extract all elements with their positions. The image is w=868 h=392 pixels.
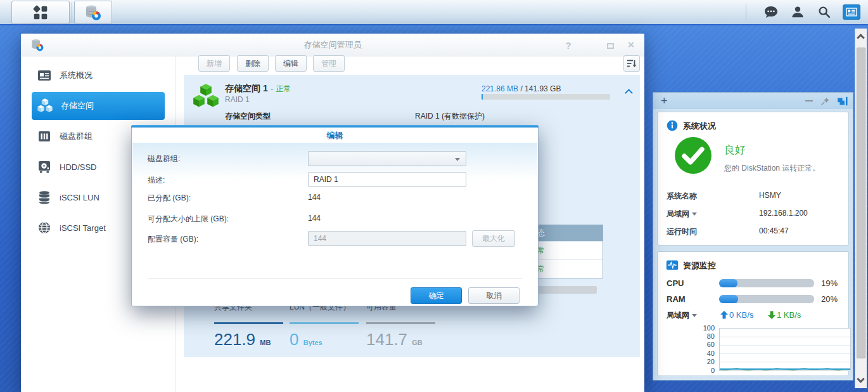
volume-status: 正常 bbox=[276, 84, 291, 93]
y-tick: 0 bbox=[683, 367, 715, 374]
taskbar-separator bbox=[72, 3, 72, 22]
ok-button[interactable]: 确定 bbox=[411, 287, 462, 304]
delete-button[interactable]: 删除 bbox=[237, 55, 269, 72]
storage-manager-task-button[interactable] bbox=[74, 1, 112, 24]
iscsi-target-icon bbox=[37, 220, 52, 235]
pilot-view-icon bbox=[846, 8, 857, 16]
resource-monitor-icon bbox=[666, 259, 679, 271]
cpu-bar bbox=[719, 279, 814, 287]
lan-traffic-chart bbox=[719, 328, 851, 371]
manage-button[interactable]: 管理 bbox=[313, 55, 345, 72]
hdd-icon bbox=[37, 159, 52, 174]
allocatable-value: 144 bbox=[308, 214, 321, 223]
collapse-chevron-icon[interactable] bbox=[625, 89, 633, 97]
volume-cubes-icon bbox=[37, 98, 53, 114]
allocatable-label: 可分配大小的上限 (GB): bbox=[148, 214, 229, 225]
scrollbar-thumb[interactable] bbox=[857, 48, 865, 358]
edit-dialog: 编辑 磁盘群组: 描述: 已分配 (GB): 144 可分配大小的上限 (GB)… bbox=[131, 125, 539, 306]
taskbar bbox=[0, 0, 868, 25]
chat-icon bbox=[763, 4, 779, 20]
system-name-label: 系统名称 bbox=[667, 191, 697, 202]
dialog-title: 编辑 bbox=[132, 130, 538, 141]
stat-unit: Bytes bbox=[303, 339, 322, 346]
main-menu-button[interactable] bbox=[11, 1, 70, 24]
sidebar-item-label: iSCSI LUN bbox=[60, 193, 99, 202]
disk-group-label: 磁盘群组: bbox=[148, 154, 180, 164]
y-tick: 80 bbox=[683, 332, 715, 340]
stat-lun: LUN（一般文件） 0 Bytes bbox=[290, 302, 359, 350]
user-button[interactable] bbox=[789, 4, 806, 20]
edit-button[interactable]: 编辑 bbox=[275, 55, 307, 72]
maximize-capacity-button[interactable]: 最大化 bbox=[472, 230, 515, 247]
system-health-title: 系统状况 bbox=[683, 121, 716, 132]
sidebar-item-overview[interactable]: 系统概况 bbox=[32, 62, 165, 89]
download-arrow-icon bbox=[768, 311, 775, 319]
search-icon bbox=[817, 5, 831, 19]
volume-raid-type: RAID 1 bbox=[225, 95, 250, 104]
volume-type-value: RAID 1 (有数据保护) bbox=[415, 111, 485, 122]
main-menu-icon bbox=[32, 4, 49, 21]
capacity-input[interactable] bbox=[308, 231, 466, 246]
download-speed: 1 KB/s bbox=[777, 310, 801, 320]
health-status: 良好 bbox=[724, 143, 746, 157]
description-input[interactable] bbox=[308, 172, 466, 187]
chat-button[interactable] bbox=[763, 4, 779, 20]
used-space: 221.86 MB bbox=[482, 84, 518, 93]
system-name-value: HSMY bbox=[759, 191, 781, 200]
lan-label-text: 局域网 bbox=[667, 209, 689, 218]
disk-group-select[interactable] bbox=[308, 151, 466, 166]
volume-usage-fill bbox=[482, 94, 483, 100]
ram-percent: 20% bbox=[821, 294, 838, 304]
sidebar-item-volume[interactable]: 存储空间 bbox=[32, 92, 165, 120]
stat-unit: GB bbox=[412, 339, 423, 346]
panel-minimize-button[interactable] bbox=[805, 100, 813, 101]
widget-panel: + 系统状况 bbox=[653, 92, 853, 381]
info-icon bbox=[666, 119, 679, 132]
ram-bar-fill bbox=[719, 295, 738, 303]
dock-panel-icon[interactable] bbox=[838, 96, 848, 106]
allocated-value: 144 bbox=[308, 193, 321, 202]
pilot-view-button[interactable] bbox=[843, 4, 860, 20]
sidebar-item-label: 磁盘群组 bbox=[60, 131, 93, 142]
taskbar-tray bbox=[752, 0, 860, 24]
window-title: 存储空间管理员 bbox=[21, 39, 644, 51]
close-button[interactable]: × bbox=[627, 39, 635, 51]
ram-bar bbox=[719, 295, 814, 303]
search-button[interactable] bbox=[816, 4, 833, 20]
volume-status-icon bbox=[192, 82, 220, 110]
cpu-bar-fill bbox=[719, 279, 737, 287]
dialog-top-accent bbox=[131, 125, 539, 127]
pin-icon[interactable] bbox=[820, 96, 830, 106]
create-button[interactable]: 新增 bbox=[198, 55, 230, 72]
panel-header-icons bbox=[805, 96, 848, 106]
stat-value: 141.7 bbox=[366, 330, 407, 349]
add-widget-button[interactable]: + bbox=[661, 95, 668, 107]
lan-traffic-label-text: 局域网 bbox=[667, 311, 689, 320]
view-options-button[interactable] bbox=[623, 55, 640, 72]
uptime-label: 运行时间 bbox=[667, 226, 697, 237]
stat-available: 可用容量 141.7 GB bbox=[366, 302, 435, 350]
lan-row-label[interactable]: 局域网 bbox=[667, 209, 697, 219]
y-tick: 40 bbox=[683, 350, 715, 357]
desktop-scrollbar[interactable] bbox=[855, 29, 867, 388]
iscsi-lun-icon bbox=[37, 190, 52, 205]
user-icon bbox=[791, 5, 805, 19]
health-check-icon bbox=[674, 136, 712, 174]
scroll-down-arrow[interactable] bbox=[857, 375, 865, 383]
lan-traffic-label[interactable]: 局域网 bbox=[667, 310, 697, 321]
sort-list-icon bbox=[627, 58, 637, 69]
window-app-icon bbox=[30, 38, 44, 52]
cancel-button[interactable]: 取消 bbox=[468, 287, 520, 304]
scroll-up-arrow[interactable] bbox=[857, 34, 865, 42]
window-titlebar[interactable]: 存储空间管理员 ? × bbox=[21, 34, 644, 56]
health-description: 您的 DiskStation 运转正常。 bbox=[724, 163, 845, 174]
stat-shared-folder: 共享文件夹 221.9 MB bbox=[214, 302, 283, 350]
stat-unit: MB bbox=[260, 339, 271, 346]
cpu-percent: 19% bbox=[821, 278, 838, 288]
maximize-button[interactable] bbox=[606, 40, 615, 51]
help-button[interactable]: ? bbox=[564, 40, 573, 51]
upload-arrow-icon bbox=[720, 311, 728, 319]
volume-name: 存储空间 1 bbox=[225, 83, 268, 93]
overview-icon bbox=[37, 68, 52, 83]
description-label: 描述: bbox=[148, 175, 165, 186]
